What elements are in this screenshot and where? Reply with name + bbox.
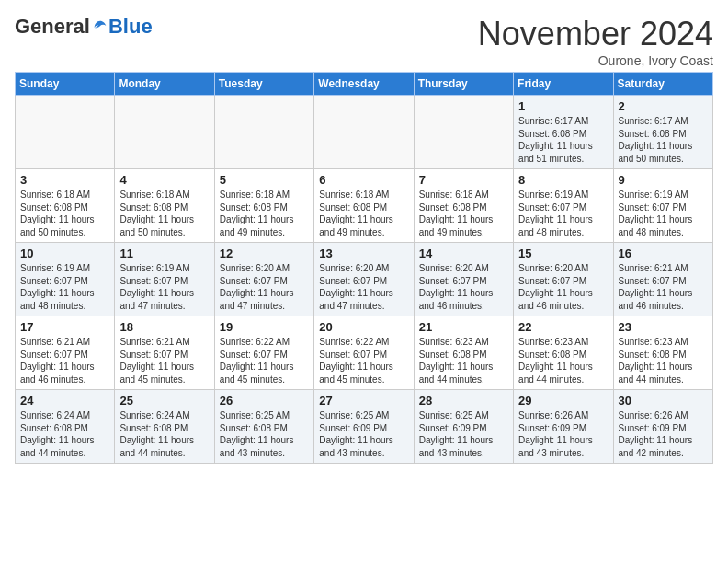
day-number: 25 — [119, 394, 209, 408]
column-header-friday: Friday — [514, 73, 613, 96]
day-info: Sunrise: 6:21 AM Sunset: 6:07 PM Dayligh… — [20, 336, 109, 385]
day-number: 22 — [518, 320, 608, 334]
logo: General Blue — [15, 15, 153, 39]
day-number: 9 — [619, 173, 708, 187]
day-info: Sunrise: 6:19 AM Sunset: 6:07 PM Dayligh… — [619, 189, 708, 238]
day-number: 12 — [220, 247, 309, 260]
day-number: 10 — [20, 247, 109, 260]
calendar-cell: 27Sunrise: 6:25 AM Sunset: 6:09 PM Dayli… — [314, 390, 414, 464]
calendar-cell: 25Sunrise: 6:24 AM Sunset: 6:08 PM Dayli… — [115, 390, 214, 464]
day-info: Sunrise: 6:24 AM Sunset: 6:08 PM Dayligh… — [119, 409, 209, 459]
day-number: 13 — [319, 247, 408, 260]
column-header-tuesday: Tuesday — [214, 73, 313, 96]
calendar-header-row: SundayMondayTuesdayWednesdayThursdayFrid… — [16, 73, 713, 96]
day-info: Sunrise: 6:17 AM Sunset: 6:08 PM Dayligh… — [619, 115, 708, 165]
calendar-week-row: 1Sunrise: 6:17 AM Sunset: 6:08 PM Daylig… — [16, 96, 713, 169]
day-info: Sunrise: 6:23 AM Sunset: 6:08 PM Dayligh… — [619, 336, 708, 385]
location-text: Ourone, Ivory Coast — [478, 53, 713, 68]
day-info: Sunrise: 6:23 AM Sunset: 6:08 PM Dayligh… — [518, 336, 608, 385]
day-info: Sunrise: 6:26 AM Sunset: 6:09 PM Dayligh… — [518, 409, 608, 459]
calendar-cell: 3Sunrise: 6:18 AM Sunset: 6:08 PM Daylig… — [16, 169, 115, 243]
day-info: Sunrise: 6:25 AM Sunset: 6:09 PM Dayligh… — [419, 409, 508, 459]
calendar-cell: 10Sunrise: 6:19 AM Sunset: 6:07 PM Dayli… — [16, 243, 115, 316]
title-block: November 2024 Ourone, Ivory Coast — [478, 15, 713, 68]
day-info: Sunrise: 6:19 AM Sunset: 6:07 PM Dayligh… — [518, 189, 608, 238]
calendar-week-row: 17Sunrise: 6:21 AM Sunset: 6:07 PM Dayli… — [16, 316, 713, 390]
calendar-cell: 17Sunrise: 6:21 AM Sunset: 6:07 PM Dayli… — [16, 316, 115, 390]
logo-bird-icon — [92, 18, 108, 35]
day-number: 1 — [518, 99, 608, 113]
day-number: 17 — [20, 320, 109, 334]
calendar-cell: 19Sunrise: 6:22 AM Sunset: 6:07 PM Dayli… — [214, 316, 313, 390]
day-info: Sunrise: 6:26 AM Sunset: 6:09 PM Dayligh… — [619, 409, 708, 459]
day-number: 27 — [319, 394, 408, 408]
month-title: November 2024 — [478, 15, 713, 53]
day-info: Sunrise: 6:19 AM Sunset: 6:07 PM Dayligh… — [119, 262, 209, 312]
day-number: 30 — [619, 394, 708, 408]
calendar-cell: 13Sunrise: 6:20 AM Sunset: 6:07 PM Dayli… — [314, 243, 414, 316]
day-info: Sunrise: 6:19 AM Sunset: 6:07 PM Dayligh… — [20, 262, 109, 312]
calendar-cell: 14Sunrise: 6:20 AM Sunset: 6:07 PM Dayli… — [414, 243, 513, 316]
day-info: Sunrise: 6:20 AM Sunset: 6:07 PM Dayligh… — [319, 262, 408, 312]
calendar-cell: 21Sunrise: 6:23 AM Sunset: 6:08 PM Dayli… — [414, 316, 513, 390]
logo-blue-text: Blue — [108, 15, 153, 39]
day-info: Sunrise: 6:18 AM Sunset: 6:08 PM Dayligh… — [220, 189, 309, 238]
calendar-cell: 29Sunrise: 6:26 AM Sunset: 6:09 PM Dayli… — [514, 390, 613, 464]
column-header-thursday: Thursday — [414, 73, 513, 96]
day-info: Sunrise: 6:24 AM Sunset: 6:08 PM Dayligh… — [20, 409, 109, 459]
day-number: 14 — [419, 247, 508, 260]
day-info: Sunrise: 6:20 AM Sunset: 6:07 PM Dayligh… — [419, 262, 508, 312]
day-number: 2 — [619, 99, 708, 113]
calendar-cell: 28Sunrise: 6:25 AM Sunset: 6:09 PM Dayli… — [414, 390, 513, 464]
day-number: 3 — [20, 173, 109, 187]
calendar-cell: 6Sunrise: 6:18 AM Sunset: 6:08 PM Daylig… — [314, 169, 414, 243]
day-info: Sunrise: 6:25 AM Sunset: 6:09 PM Dayligh… — [319, 409, 408, 459]
day-info: Sunrise: 6:21 AM Sunset: 6:07 PM Dayligh… — [619, 262, 708, 312]
day-number: 16 — [619, 247, 708, 260]
calendar-cell: 9Sunrise: 6:19 AM Sunset: 6:07 PM Daylig… — [613, 169, 712, 243]
calendar-cell: 2Sunrise: 6:17 AM Sunset: 6:08 PM Daylig… — [613, 96, 712, 169]
day-info: Sunrise: 6:18 AM Sunset: 6:08 PM Dayligh… — [119, 189, 209, 238]
calendar-cell: 22Sunrise: 6:23 AM Sunset: 6:08 PM Dayli… — [514, 316, 613, 390]
calendar-cell — [314, 96, 414, 169]
day-info: Sunrise: 6:18 AM Sunset: 6:08 PM Dayligh… — [419, 189, 508, 238]
day-number: 24 — [20, 394, 109, 408]
calendar-cell: 5Sunrise: 6:18 AM Sunset: 6:08 PM Daylig… — [214, 169, 313, 243]
column-header-sunday: Sunday — [16, 73, 115, 96]
calendar-cell: 16Sunrise: 6:21 AM Sunset: 6:07 PM Dayli… — [613, 243, 712, 316]
calendar-cell — [16, 96, 115, 169]
calendar-cell: 20Sunrise: 6:22 AM Sunset: 6:07 PM Dayli… — [314, 316, 414, 390]
day-number: 5 — [220, 173, 309, 187]
column-header-monday: Monday — [115, 73, 214, 96]
day-number: 23 — [619, 320, 708, 334]
day-info: Sunrise: 6:20 AM Sunset: 6:07 PM Dayligh… — [518, 262, 608, 312]
day-number: 21 — [419, 320, 508, 334]
day-number: 15 — [518, 247, 608, 260]
calendar-cell: 8Sunrise: 6:19 AM Sunset: 6:07 PM Daylig… — [514, 169, 613, 243]
day-number: 18 — [119, 320, 209, 334]
calendar-table: SundayMondayTuesdayWednesdayThursdayFrid… — [15, 72, 713, 464]
calendar-cell: 4Sunrise: 6:18 AM Sunset: 6:08 PM Daylig… — [115, 169, 214, 243]
day-number: 28 — [419, 394, 508, 408]
calendar-cell — [115, 96, 214, 169]
day-number: 6 — [319, 173, 408, 187]
calendar-week-row: 10Sunrise: 6:19 AM Sunset: 6:07 PM Dayli… — [16, 243, 713, 316]
calendar-cell: 15Sunrise: 6:20 AM Sunset: 6:07 PM Dayli… — [514, 243, 613, 316]
calendar-week-row: 24Sunrise: 6:24 AM Sunset: 6:08 PM Dayli… — [16, 390, 713, 464]
day-number: 26 — [220, 394, 309, 408]
day-info: Sunrise: 6:23 AM Sunset: 6:08 PM Dayligh… — [419, 336, 508, 385]
column-header-saturday: Saturday — [613, 73, 712, 96]
page-header: General Blue November 2024 Ourone, Ivory… — [15, 15, 713, 68]
column-header-wednesday: Wednesday — [314, 73, 414, 96]
day-info: Sunrise: 6:17 AM Sunset: 6:08 PM Dayligh… — [518, 115, 608, 165]
calendar-cell: 18Sunrise: 6:21 AM Sunset: 6:07 PM Dayli… — [115, 316, 214, 390]
calendar-cell: 23Sunrise: 6:23 AM Sunset: 6:08 PM Dayli… — [613, 316, 712, 390]
day-info: Sunrise: 6:25 AM Sunset: 6:08 PM Dayligh… — [220, 409, 309, 459]
day-info: Sunrise: 6:21 AM Sunset: 6:07 PM Dayligh… — [119, 336, 209, 385]
logo-general-text: General — [15, 15, 90, 39]
calendar-cell: 12Sunrise: 6:20 AM Sunset: 6:07 PM Dayli… — [214, 243, 313, 316]
day-number: 19 — [220, 320, 309, 334]
day-info: Sunrise: 6:22 AM Sunset: 6:07 PM Dayligh… — [220, 336, 309, 385]
day-info: Sunrise: 6:22 AM Sunset: 6:07 PM Dayligh… — [319, 336, 408, 385]
calendar-cell: 24Sunrise: 6:24 AM Sunset: 6:08 PM Dayli… — [16, 390, 115, 464]
